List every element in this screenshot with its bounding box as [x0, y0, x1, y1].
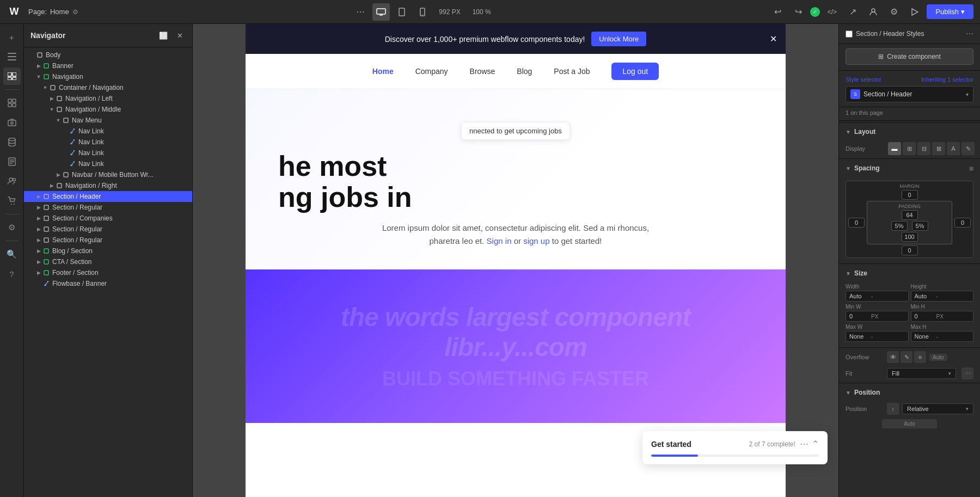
tree-item-section-header[interactable]: ▶Section / Header [24, 191, 192, 202]
publish-button[interactable]: Publish ▾ [927, 4, 973, 19]
tree-item-blog-section[interactable]: ▶Blog / Section [24, 246, 192, 256]
spacing-expand-btn[interactable]: ⊞ [969, 165, 973, 171]
padding-top-input[interactable]: 64 [902, 210, 918, 220]
tree-item-flowbase-banner[interactable]: Flowbase / Banner [24, 278, 192, 289]
hero-signin-link[interactable]: Sign in [487, 236, 512, 246]
settings-btn[interactable]: ⚙ [885, 3, 903, 21]
tree-item-navigation-right[interactable]: ▶Navigation / Right [24, 180, 192, 191]
margin-bottom-input[interactable]: 0 [902, 246, 918, 255]
layers-btn[interactable] [3, 68, 21, 85]
navigator-close-btn[interactable]: ✕ [174, 29, 186, 41]
get-started-close-btn[interactable]: ⌃ [812, 439, 819, 449]
navigator-expand-btn[interactable]: ⬜ [157, 29, 169, 41]
pages-btn[interactable] [3, 153, 21, 170]
page-selector[interactable]: Page: Home ⚙ [28, 8, 78, 16]
tree-item-section-regular-2[interactable]: ▶Section / Regular [24, 224, 192, 235]
tree-item-nav-link-2[interactable]: Nav Link [24, 137, 192, 148]
viewport-mobile-btn[interactable] [414, 3, 431, 21]
unlock-more-btn[interactable]: Unlock More [591, 32, 646, 46]
overflow-hidden-pen-btn[interactable]: ✎ [901, 351, 912, 363]
position-dropdown[interactable]: Relative ▾ [902, 403, 973, 414]
padding-left-input[interactable]: 5% [891, 221, 908, 231]
padding-bottom-input[interactable]: 100 [902, 232, 918, 242]
nav-browse-link[interactable]: Browse [470, 67, 495, 76]
display-inline-btn[interactable]: A [947, 142, 960, 155]
panel-more-btn[interactable]: ⋯ [966, 29, 973, 38]
height-input-row[interactable]: - [911, 291, 974, 302]
tree-item-navigation[interactable]: ▼Navigation [24, 71, 192, 82]
style-selector-dropdown[interactable]: S Section / Header ▾ [846, 86, 973, 102]
webpage-preview[interactable]: Discover over 1,000+ premium webflow com… [246, 24, 786, 497]
display-grid-btn[interactable]: ⊟ [917, 142, 930, 155]
tree-item-body[interactable]: Body [24, 50, 192, 60]
tree-item-navigation-left[interactable]: ▶Navigation / Left [24, 93, 192, 104]
users-btn[interactable] [3, 173, 21, 190]
navigator-btn[interactable] [3, 48, 21, 65]
min-w-input[interactable] [849, 313, 871, 320]
tree-item-nav-menu[interactable]: ▼Nav Menu [24, 115, 192, 126]
min-h-input[interactable] [915, 313, 936, 320]
max-w-input-row[interactable]: - [846, 331, 909, 342]
nav-blog-link[interactable]: Blog [517, 67, 532, 76]
max-h-input-row[interactable]: - [911, 331, 974, 342]
min-w-input-row[interactable]: PX [846, 311, 909, 322]
position-section-toggle[interactable]: ▼ Position [839, 384, 980, 401]
more-options-btn[interactable]: ⋯ [352, 3, 369, 21]
viewport-tablet-btn[interactable] [393, 3, 411, 21]
canvas-area[interactable]: Discover over 1,000+ premium webflow com… [193, 24, 838, 497]
account-btn[interactable] [865, 3, 882, 21]
display-none-btn[interactable]: ⊠ [932, 142, 945, 155]
tree-item-container-navigation[interactable]: ▼Container / Navigation [24, 82, 192, 93]
post-job-btn[interactable]: Post a Job [554, 67, 590, 76]
overflow-scroll-btn[interactable]: ≡ [914, 351, 926, 363]
display-custom-btn[interactable]: ✎ [961, 142, 975, 155]
undo-btn[interactable]: ↩ [769, 3, 786, 21]
add-element-btn[interactable]: + [3, 28, 21, 46]
viewport-desktop-btn[interactable] [372, 3, 390, 21]
components-btn[interactable] [3, 94, 21, 112]
margin-top-input[interactable]: 0 [902, 190, 918, 200]
margin-right-input[interactable]: 0 [954, 218, 971, 228]
create-component-btn[interactable]: ⊞ Create component [846, 48, 973, 65]
tree-item-nav-link-4[interactable]: Nav Link [24, 158, 192, 169]
redo-btn[interactable]: ↪ [789, 3, 807, 21]
margin-left-input[interactable]: 0 [848, 218, 865, 228]
preview-btn[interactable] [906, 3, 923, 21]
display-block-btn[interactable]: ▬ [888, 142, 901, 155]
size-section-toggle[interactable]: ▼ Size [839, 265, 980, 281]
tree-item-cta-section[interactable]: ▶CTA / Section [24, 256, 192, 267]
tree-item-banner[interactable]: ▶Banner [24, 60, 192, 71]
hero-signup-link[interactable]: sign up [523, 236, 549, 246]
nav-company-link[interactable]: Company [415, 67, 448, 76]
page-settings-icon[interactable]: ⚙ [72, 8, 78, 16]
integrations-btn[interactable]: ⚙ [3, 219, 21, 236]
cms-btn[interactable] [3, 133, 21, 151]
nav-home-link[interactable]: Home [372, 67, 394, 76]
max-h-input[interactable] [915, 333, 936, 340]
tree-item-section-regular-1[interactable]: ▶Section / Regular [24, 202, 192, 213]
tree-item-navigation-middle[interactable]: ▼Navigation / Middle [24, 104, 192, 115]
overflow-visible-btn[interactable]: 👁 [887, 351, 899, 363]
min-h-input-row[interactable]: PX [911, 311, 974, 322]
code-editor-btn[interactable]: </> [823, 3, 841, 21]
spacing-section-toggle[interactable]: ▼ Spacing ⊞ [839, 160, 980, 176]
share-btn[interactable]: ↗ [844, 3, 861, 21]
tree-item-nav-link-1[interactable]: Nav Link [24, 126, 192, 137]
assets-btn[interactable] [3, 114, 21, 131]
tree-item-navbar-mobile[interactable]: ▶Navbar / Mobile Button Wr... [24, 169, 192, 180]
tree-item-section-companies[interactable]: ▶Section / Companies [24, 213, 192, 224]
logout-btn[interactable]: Log out [611, 63, 659, 80]
display-flex-btn[interactable]: ⊞ [903, 142, 916, 155]
fit-more-btn[interactable]: ⋯ [961, 367, 973, 379]
section-header-checkbox[interactable] [846, 30, 853, 38]
width-input[interactable] [849, 293, 871, 299]
height-input[interactable] [915, 293, 936, 299]
fit-dropdown[interactable]: Fill ▾ [887, 368, 956, 379]
tree-item-section-regular-3[interactable]: ▶Section / Regular [24, 235, 192, 246]
tree-item-footer-section[interactable]: ▶Footer / Section [24, 267, 192, 278]
help-btn[interactable]: ? [3, 265, 21, 283]
get-started-more-btn[interactable]: ⋯ [800, 439, 808, 449]
search-btn[interactable]: 🔍 [3, 246, 21, 263]
ecomm-btn[interactable] [3, 192, 21, 210]
max-w-input[interactable] [849, 333, 871, 340]
